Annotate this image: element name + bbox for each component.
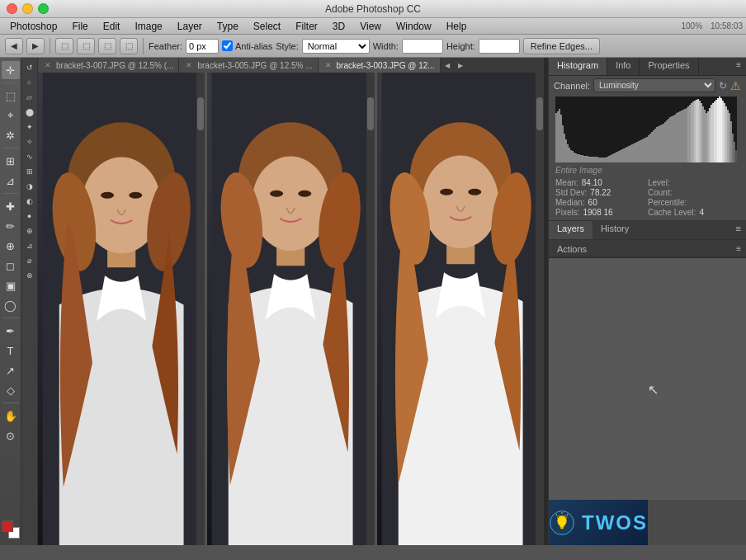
- photo-panel-3[interactable]: [377, 73, 544, 545]
- tab-003[interactable]: ✕ bracket-3-003.JPG @ 12...: [319, 58, 441, 73]
- scrollbar-1[interactable]: [196, 73, 205, 545]
- tab-007[interactable]: ✕ bracket-3-007.JPG @ 12.5% (...: [38, 58, 179, 73]
- scrollbar-thumb-1[interactable]: [197, 97, 204, 130]
- style-select[interactable]: Normal Fixed Ratio Fixed Size: [302, 39, 370, 54]
- shape-tool[interactable]: ◇: [2, 381, 20, 399]
- refresh-icon[interactable]: ↻: [719, 80, 727, 92]
- layers-collapse[interactable]: ≡: [731, 221, 746, 239]
- move-tool[interactable]: ✛: [2, 61, 20, 79]
- tab-close-003[interactable]: ✕: [323, 61, 333, 69]
- antialias-checkbox[interactable]: [222, 40, 233, 51]
- tab-close-007[interactable]: ✕: [43, 61, 53, 69]
- path-select-tool[interactable]: ↗: [2, 361, 20, 379]
- svg-rect-108: [692, 101, 694, 162]
- scrollbar-2[interactable]: [366, 73, 375, 545]
- tool-preset-3[interactable]: ⬚: [98, 38, 116, 54]
- close-button[interactable]: [7, 3, 17, 14]
- tab-scroll-left[interactable]: ◀: [441, 58, 454, 73]
- menu-image[interactable]: Image: [128, 19, 168, 34]
- feather-input[interactable]: [186, 39, 219, 54]
- history-tab[interactable]: History: [593, 221, 637, 239]
- marquee-tool[interactable]: ⬚: [2, 87, 20, 105]
- menu-window[interactable]: Window: [390, 19, 438, 34]
- width-input[interactable]: [402, 39, 443, 54]
- menu-help[interactable]: Help: [440, 19, 474, 34]
- burn-tool[interactable]: ◑: [23, 180, 36, 193]
- healing-tool[interactable]: ✚: [2, 197, 20, 215]
- measure-tool[interactable]: ⊕: [23, 224, 36, 238]
- clone2-tool[interactable]: ⊞: [23, 165, 36, 178]
- scrollbar-thumb-3[interactable]: [536, 97, 543, 130]
- rect-marquee-tool[interactable]: ▱: [23, 91, 36, 104]
- separator-1: [50, 38, 50, 54]
- menu-3d[interactable]: 3D: [326, 19, 352, 34]
- photo-panel-1[interactable]: [38, 73, 207, 545]
- svg-rect-104: [686, 108, 687, 162]
- sponge-tool[interactable]: ●: [23, 209, 36, 223]
- menu-select[interactable]: Select: [247, 19, 287, 34]
- svg-rect-27: [559, 109, 560, 162]
- svg-rect-103: [684, 109, 686, 162]
- rotate-tool[interactable]: ↺: [23, 61, 36, 74]
- pen-tool[interactable]: ✒: [2, 322, 20, 340]
- crop-tool[interactable]: ⊞: [2, 152, 20, 170]
- maximize-button[interactable]: [38, 3, 49, 14]
- menu-type[interactable]: Type: [210, 19, 245, 34]
- dodge2-tool[interactable]: ◐: [23, 195, 36, 208]
- eraser-tool[interactable]: ◻: [2, 256, 20, 275]
- wand-tool[interactable]: ✦: [23, 120, 36, 134]
- brush-tool[interactable]: ✏: [2, 217, 20, 235]
- tab-005[interactable]: ✕ bracket-3-005.JPG @ 12.5% ...: [179, 58, 318, 73]
- eyedrop2-tool[interactable]: ⌀: [23, 254, 36, 267]
- histogram-tab[interactable]: Histogram: [549, 58, 607, 75]
- portrait-svg-3: [377, 73, 544, 545]
- clone-tool[interactable]: ⊕: [2, 237, 20, 255]
- back-button[interactable]: ◀: [5, 38, 23, 54]
- menu-photoshop[interactable]: Photoshop: [3, 19, 64, 34]
- tab-scroll-right[interactable]: ▶: [454, 58, 467, 73]
- menu-filter[interactable]: Filter: [289, 19, 324, 34]
- layers-tab[interactable]: Layers: [549, 221, 593, 239]
- cache-value: 4: [699, 208, 704, 217]
- actions-collapse[interactable]: ≡: [731, 242, 746, 256]
- tool-preset-2[interactable]: ⬚: [77, 38, 95, 54]
- note-tool[interactable]: ⊿: [23, 239, 36, 252]
- scrollbar-thumb-2[interactable]: [367, 97, 374, 130]
- svg-rect-100: [679, 111, 681, 162]
- channel-select[interactable]: Luminosity RGB Red Green Blue: [593, 78, 715, 92]
- magic-wand-tool[interactable]: ✲: [2, 126, 20, 144]
- menu-edit[interactable]: Edit: [97, 19, 127, 34]
- info-tab[interactable]: Info: [607, 58, 640, 75]
- tool-preset-4[interactable]: ⬚: [120, 38, 138, 54]
- brush2-tool[interactable]: ∿: [23, 150, 36, 163]
- ellipse-tool[interactable]: ○: [23, 76, 36, 89]
- eyedropper-tool[interactable]: ⊿: [2, 172, 20, 190]
- zoom-tool[interactable]: ⊙: [2, 426, 20, 445]
- height-input[interactable]: [479, 39, 520, 54]
- refine-edges-button[interactable]: Refine Edges...: [523, 38, 600, 54]
- menu-layer[interactable]: Layer: [171, 19, 209, 34]
- lasso-tool[interactable]: ⌖: [2, 106, 20, 125]
- photo-panel-2[interactable]: [207, 73, 376, 545]
- tab-close-005[interactable]: ✕: [184, 61, 194, 69]
- menu-view[interactable]: View: [353, 19, 388, 34]
- svg-rect-76: [640, 140, 641, 162]
- scrollbar-3[interactable]: [536, 73, 544, 545]
- tool-preset-1[interactable]: ⬚: [55, 38, 73, 54]
- histogram-collapse[interactable]: ≡: [731, 58, 746, 75]
- properties-tab[interactable]: Properties: [640, 58, 698, 75]
- forward-button[interactable]: ▶: [26, 38, 45, 54]
- zoom2-tool[interactable]: ⊗: [23, 269, 36, 282]
- minimize-button[interactable]: [22, 3, 33, 14]
- gradient-tool[interactable]: ▣: [2, 276, 20, 294]
- text-tool[interactable]: T: [2, 341, 20, 360]
- portrait-bg-3: [377, 73, 544, 545]
- spot-tool[interactable]: ✧: [23, 135, 36, 148]
- svg-rect-121: [714, 101, 715, 162]
- dodge-tool[interactable]: ◯: [2, 296, 20, 314]
- paint-tool[interactable]: ⬤: [23, 106, 36, 119]
- layers-header: Layers History ≡: [549, 221, 746, 239]
- foreground-swatch[interactable]: [2, 520, 13, 532]
- menu-file[interactable]: File: [65, 19, 94, 34]
- hand-tool[interactable]: ✋: [2, 407, 20, 425]
